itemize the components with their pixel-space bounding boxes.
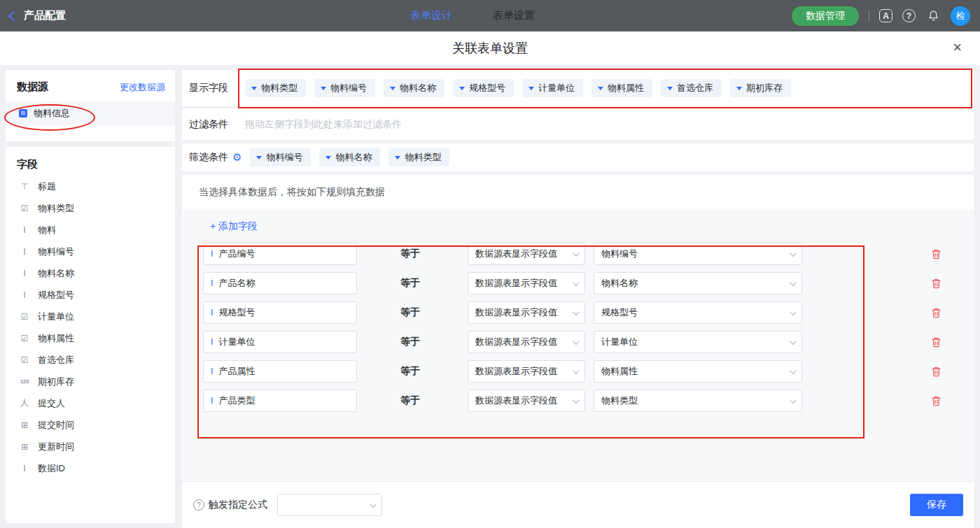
select-value: 数据源表显示字段值 [475,336,557,348]
screen: 产品配置 表单设计 表单设置 数据管理 A ? 检 关联表单设置 × 数据源 [0,0,980,528]
screening-tag[interactable]: 物料类型 [388,148,449,166]
display-fields-label: 显示字段 [189,82,245,94]
field-item[interactable]: Ⅰ数据ID [6,457,175,479]
datasource-item[interactable]: 物料信息 [6,101,175,125]
display-field-tag[interactable]: 计量单位 [522,79,583,97]
field-type-icon: ☑ [18,312,31,322]
language-icon[interactable]: A [879,9,892,22]
rule-source-field-select[interactable]: 计量单位 [594,331,802,353]
field-item[interactable]: ☑首选仓库 [6,349,175,371]
rule-source-field-select[interactable]: 物料编号 [594,243,802,265]
rule-row: Ⅰ规格型号 等于 数据源表显示字段值 规格型号 [182,298,974,327]
screening-tag[interactable]: 物料名称 [319,148,380,166]
field-item[interactable]: 123期初库存 [6,371,175,392]
trigger-formula-label: 触发指定公式 [209,499,267,511]
chevron-down-icon [573,279,580,286]
select-value: 物料属性 [601,365,638,378]
rule-target-input[interactable]: Ⅰ规格型号 [203,301,357,324]
display-field-tag[interactable]: 物料属性 [592,79,652,97]
back-icon[interactable] [8,10,18,20]
rule-source-field-select[interactable]: 物料属性 [594,360,802,383]
filter-condition-row[interactable]: 过滤条件 拖动左侧字段到此处来添加过滤条件 [182,108,974,140]
modal-header: 关联表单设置 × [0,31,980,65]
rule-row: Ⅰ产品属性 等于 数据源表显示字段值 物料属性 [182,357,974,386]
delete-row-button[interactable] [929,335,943,349]
tab-form-design[interactable]: 表单设计 [410,9,452,22]
field-item[interactable]: ☑物料属性 [6,327,175,349]
screening-condition-label: 筛选条件 [189,151,228,164]
field-item[interactable]: ☑计量单位 [6,306,175,327]
caret-down-icon [528,87,534,90]
field-item[interactable]: Ⅰ物料编号 [6,241,175,262]
delete-row-button[interactable] [929,247,943,261]
rule-hint-row: 当选择具体数据后，将按如下规则填充数据 [182,175,974,210]
screening-tag[interactable]: 物料编号 [250,148,311,166]
field-item[interactable]: Ⅰ规格型号 [6,284,175,306]
delete-row-button[interactable] [929,276,943,290]
add-field-link[interactable]: + 添加字段 [210,220,258,233]
field-item[interactable]: 人提交人 [6,392,175,414]
field-item[interactable]: ⊞提交时间 [6,414,175,436]
field-item[interactable]: ⊞更新时间 [6,436,175,457]
field-item[interactable]: Ⅰ物料 [6,219,175,241]
datasource-icon [18,108,28,118]
avatar[interactable]: 检 [951,6,970,26]
change-datasource-link[interactable]: 更改数据源 [120,81,165,94]
rule-target-input[interactable]: Ⅰ产品编号 [203,243,357,265]
field-item[interactable]: Ⅰ物料名称 [6,262,175,284]
display-field-tag[interactable]: 物料编号 [314,79,375,97]
field-type-icon: Ⅰ [18,290,31,300]
help-circle-icon[interactable]: ? [193,499,204,511]
display-field-tag[interactable]: 规格型号 [453,79,514,97]
notifications-icon[interactable] [925,8,941,24]
field-item[interactable]: ☑物料类型 [6,197,175,219]
header-actions: 数据管理 A ? 检 [739,6,970,26]
rule-source-field-select[interactable]: 物料类型 [594,390,802,412]
rule-source-type-select[interactable]: 数据源表显示字段值 [468,243,585,265]
rule-target-input[interactable]: Ⅰ产品类型 [203,390,357,412]
gear-icon[interactable]: ⚙ [232,151,241,164]
data-manage-button[interactable]: 数据管理 [792,6,859,26]
tag-label: 期初库存 [746,82,783,94]
delete-row-button[interactable] [929,394,943,408]
rule-source-type-select[interactable]: 数据源表显示字段值 [468,360,585,383]
field-item-label: 期初库存 [38,376,74,388]
field-type-icon: 123 [18,378,31,385]
rule-source-type-select[interactable]: 数据源表显示字段值 [468,390,585,412]
caret-down-icon [459,87,465,90]
rule-target-input[interactable]: Ⅰ产品属性 [203,360,357,383]
display-field-tag[interactable]: 物料名称 [384,79,444,97]
chevron-down-icon [790,308,797,315]
rule-source-field-select[interactable]: 物料名称 [594,272,802,294]
trigger-formula-select[interactable] [277,494,382,516]
save-button[interactable]: 保存 [910,494,963,516]
display-field-tag[interactable]: 物料类型 [245,79,306,97]
rule-source-type-select[interactable]: 数据源表显示字段值 [468,301,585,324]
rule-source-field-select[interactable]: 规格型号 [594,301,802,324]
field-item-label: 提交人 [38,397,65,410]
input-field-icon: Ⅰ [211,249,214,259]
trash-icon [930,395,942,407]
delete-row-button[interactable] [929,306,943,320]
rule-target-input[interactable]: Ⅰ计量单位 [203,331,357,353]
rule-source-type-select[interactable]: 数据源表显示字段值 [468,331,585,353]
tag-label: 计量单位 [538,82,575,94]
display-field-tag[interactable]: 期初库存 [730,79,791,97]
display-field-tag[interactable]: 首选仓库 [661,79,722,97]
field-item-label: 标题 [38,180,56,193]
close-icon[interactable]: × [953,40,962,55]
bell-icon [927,10,939,22]
equals-label: 等于 [400,277,468,290]
rule-source-type-select[interactable]: 数据源表显示字段值 [468,272,585,294]
tag-label: 物料名称 [400,82,436,94]
tag-label: 物料编号 [330,82,367,94]
help-icon[interactable]: ? [902,9,916,22]
display-fields-tags: 物料类型 物料编号 物料名称 规格型号 计量单位 物料属性 首选仓库 期初库存 [245,79,791,97]
rule-target-input[interactable]: Ⅰ产品名称 [203,272,357,294]
tag-label: 物料名称 [335,151,372,164]
fill-rules-panel: 当选择具体数据后，将按如下规则填充数据 + 添加字段 Ⅰ产品编号 等于 数据源表… [182,175,974,528]
field-item[interactable]: ⊤标题 [6,176,175,197]
delete-row-button[interactable] [929,364,943,378]
rules-area: + 添加字段 Ⅰ产品编号 等于 数据源表显示字段值 物料编号 Ⅰ产品名称 等于 … [182,210,974,481]
tab-form-settings[interactable]: 表单设置 [493,9,535,22]
